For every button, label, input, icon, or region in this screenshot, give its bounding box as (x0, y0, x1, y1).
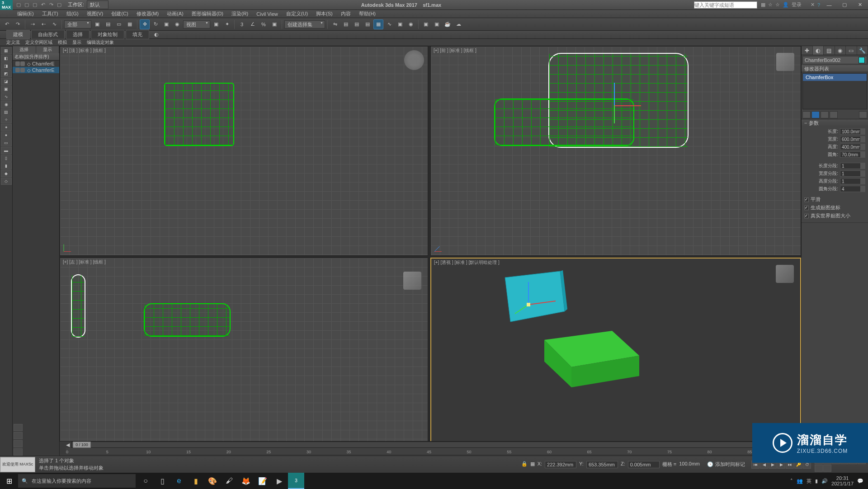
fav-icon[interactable]: ☆ (775, 2, 780, 8)
mirror-button[interactable]: ⇋ (330, 19, 340, 29)
se-btn-1[interactable] (14, 424, 23, 431)
undo-icon[interactable]: ↶ (40, 2, 46, 8)
ltool-17[interactable]: ◆ (1, 170, 12, 177)
move-button[interactable]: ✥ (140, 19, 150, 29)
tray-people-icon[interactable]: 👥 (797, 478, 803, 484)
render-button[interactable]: ☕ (443, 19, 453, 29)
firefox-icon[interactable]: 🦊 (238, 473, 254, 489)
exchange-icon[interactable]: ✕ (811, 2, 815, 8)
ltool-4[interactable]: ◩ (1, 70, 12, 77)
se-btn-2[interactable] (14, 432, 23, 439)
star-icon[interactable]: ☆ (768, 2, 773, 8)
ltool-1[interactable]: ▦ (1, 47, 12, 54)
ltool-16[interactable]: ▮ (1, 162, 12, 169)
minimize-button[interactable]: — (823, 1, 835, 9)
schematic-view-button[interactable]: ▣ (395, 19, 405, 29)
x-coord-field[interactable]: 222.392mm (545, 461, 576, 468)
maximize-button[interactable]: ▢ (838, 1, 851, 9)
stack-unique[interactable] (821, 111, 829, 118)
menu-grapheditors[interactable]: 图形编辑器(D) (188, 10, 227, 18)
app-2-icon[interactable]: 🖌 (221, 473, 237, 489)
nav-maxtoggle[interactable] (823, 465, 831, 472)
selection-filter[interactable]: 全部 (64, 20, 91, 28)
smooth-checkbox[interactable]: 平滑 (804, 196, 865, 203)
ltool-18[interactable]: ◇ (1, 178, 12, 185)
tray-date[interactable]: 2021/1/17 (831, 481, 854, 486)
menu-civilview[interactable]: Civil View (253, 11, 281, 17)
taskbar-search[interactable]: 🔍 在这里输入你要搜索的内容 (18, 474, 136, 488)
tray-notif-icon[interactable]: 💬 (857, 478, 863, 484)
ltool-11[interactable]: ✦ (1, 124, 12, 131)
ribbon-editsel[interactable]: 编辑选定对象 (87, 39, 114, 46)
se-tab-display[interactable]: 显示 (36, 46, 60, 53)
new-icon[interactable]: ▢ (15, 2, 22, 8)
se-btn-4[interactable] (14, 448, 23, 456)
viewcube-left[interactable] (403, 272, 421, 290)
layer-explorer-button[interactable]: ▤ (363, 19, 373, 29)
spinner-snap-toggle[interactable]: ▣ (269, 19, 279, 29)
taskview-icon[interactable]: ○ (137, 473, 154, 489)
login-button[interactable]: 登录 (792, 1, 802, 8)
save-icon[interactable]: ▢ (32, 2, 38, 8)
open-icon[interactable]: ▢ (24, 2, 30, 8)
viewport-top[interactable]: [+] [顶 ] [标准 ] [线框 ] (60, 46, 428, 256)
time-slider-handle[interactable]: 0 / 100 (73, 442, 91, 448)
nav-orbit[interactable] (815, 465, 823, 472)
cp-tab-modify[interactable]: ◐ (813, 46, 824, 55)
bind-button[interactable]: ∿ (49, 19, 59, 29)
cp-tab-utilities[interactable]: 🔧 (857, 46, 868, 55)
ltool-13[interactable]: ▭ (1, 139, 12, 146)
se-btn-3[interactable] (14, 440, 23, 447)
ltool-14[interactable]: ▬ (1, 147, 12, 154)
cp-tab-motion[interactable]: ◉ (835, 46, 846, 55)
ref-coord-dropdown[interactable]: 视图 (183, 20, 210, 28)
stack-item-chamferbox[interactable]: ChamferBox (803, 74, 867, 81)
angle-snap-toggle[interactable]: ∠ (248, 19, 258, 29)
ltool-5[interactable]: ◪ (1, 78, 12, 85)
app-icon[interactable]: 3MAX (0, 0, 13, 10)
modifier-stack[interactable]: ChamferBox (802, 73, 867, 109)
workspace-dropdown[interactable]: 默认 (87, 0, 108, 9)
curve-editor-button[interactable]: ∿ (384, 19, 394, 29)
help-search-input[interactable] (694, 1, 757, 9)
viewcube-persp[interactable] (776, 265, 794, 283)
menu-views[interactable]: 视图(V) (83, 10, 107, 18)
menu-customize[interactable]: 自定义(U) (283, 10, 311, 18)
menu-content[interactable]: 内容 (337, 10, 354, 18)
lseg-spinner[interactable]: 1 (840, 163, 865, 169)
viewcube-top[interactable] (404, 50, 424, 70)
subscription-icon[interactable]: ▦ (761, 2, 765, 8)
cp-tab-hierarchy[interactable]: ▤ (824, 46, 835, 55)
ribbon-tab-objectpaint[interactable]: 对象绘制 (91, 30, 124, 39)
app-1-icon[interactable]: 🎨 (204, 473, 221, 489)
object-name-field[interactable]: ChamferBox002 (802, 56, 867, 64)
pivot-button[interactable]: ▣ (211, 19, 221, 29)
window-crossing-button[interactable]: ▦ (125, 19, 135, 29)
viewport-left[interactable]: [+] [左 ] [标准 ] [线框 ] (60, 258, 428, 471)
stack-pin[interactable] (802, 111, 811, 118)
add-timetag[interactable]: 添加时间标记 (715, 461, 745, 468)
ribbon-tab-freeform[interactable]: 自由形式 (31, 30, 65, 39)
link-icon[interactable]: ▢ (56, 2, 62, 8)
ribbon-display[interactable]: 显示 (72, 39, 81, 46)
ribbon-defineflow[interactable]: 定义流 (6, 39, 20, 46)
tray-time[interactable]: 20:31 (831, 475, 854, 481)
cp-tab-create[interactable]: ✚ (802, 46, 813, 55)
snap-toggle[interactable]: 3 (237, 19, 247, 29)
se-row-0[interactable]: ◇ ChamferE (13, 61, 59, 67)
tray-vol-icon[interactable]: 🔊 (821, 478, 828, 484)
menu-animation[interactable]: 动画(A) (163, 10, 187, 18)
rotate-button[interactable]: ↻ (151, 19, 160, 29)
ribbon-tab-selection[interactable]: 选择 (66, 30, 90, 39)
undo-button[interactable]: ↶ (2, 19, 12, 29)
z-coord-field[interactable]: 0.005mm (628, 461, 660, 468)
toggle-ribbon-button[interactable]: ▦ (373, 19, 383, 29)
menu-edit[interactable]: 编辑(E) (14, 10, 38, 18)
ribbon-tab-populate[interactable]: 填充 (126, 30, 149, 39)
hseg-spinner[interactable]: 1 (840, 178, 865, 184)
height-spinner[interactable]: 400.0mm (840, 144, 865, 150)
time-ruler[interactable]: 0 5 10 15 20 25 30 35 40 45 50 55 60 65 … (66, 448, 795, 454)
menu-maxscript[interactable]: 脚本(S) (312, 10, 336, 18)
viewcube-front[interactable] (776, 53, 794, 71)
viewport-front[interactable]: [+] [前 ] [标准 ] [线框 ] (430, 46, 801, 256)
